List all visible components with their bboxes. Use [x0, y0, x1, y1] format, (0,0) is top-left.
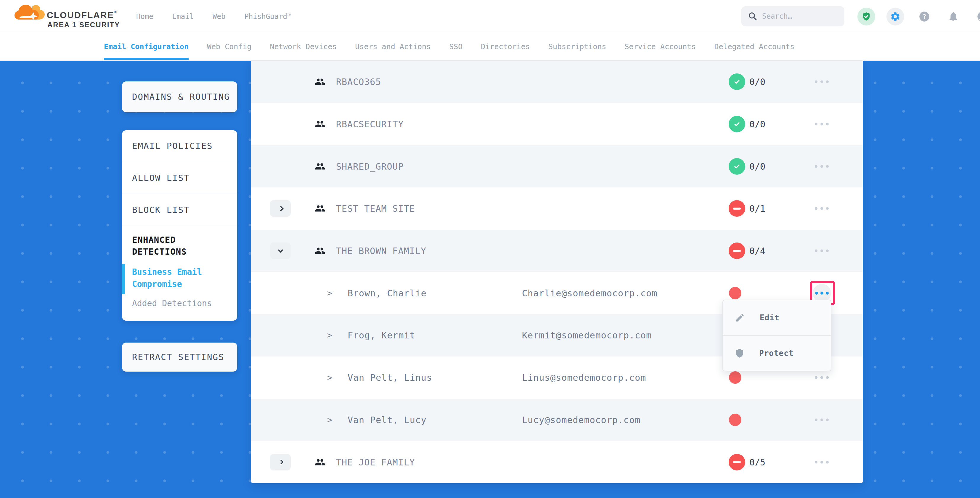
email-policies-label: EMAIL POLICIES — [132, 141, 213, 151]
status-badge-check — [729, 116, 745, 132]
menu-item-protect[interactable]: Protect — [723, 336, 831, 371]
sidebar-item-business-email-compromise[interactable]: Business Email Compromise — [132, 266, 228, 290]
member-chevron-icon: > — [327, 373, 332, 382]
nav-phishguard[interactable]: PhishGuard™ — [244, 13, 291, 21]
block-list-label: BLOCK LIST — [132, 205, 190, 215]
member-chevron-icon: > — [327, 415, 332, 425]
sidebar-item-added-detections[interactable]: Added Detections — [132, 298, 228, 308]
active-item-indicator — [122, 264, 125, 294]
table-row-group[interactable]: TEST TEAM SITE 0/1 — [251, 188, 863, 230]
member-chevron-icon: > — [327, 288, 332, 298]
sidebar-item-email-policies[interactable]: EMAIL POLICIES — [122, 130, 237, 162]
sidebar-item-allow-list[interactable]: ALLOW LIST — [122, 162, 237, 194]
section-tabbar: Email Configuration Web Config Network D… — [0, 33, 980, 61]
table-row-group[interactable]: SHARED_GROUP 0/0 — [251, 145, 863, 188]
tab-email-configuration[interactable]: Email Configuration — [104, 33, 189, 60]
sidebar-item-block-list[interactable]: BLOCK LIST — [122, 194, 237, 226]
chevron-right-icon — [278, 459, 283, 465]
search-icon — [748, 11, 757, 21]
status-badge-check — [729, 73, 745, 90]
group-name: THE BROWN FAMILY — [336, 246, 426, 256]
status-badge-check — [729, 158, 745, 175]
group-name: THE JOE FAMILY — [336, 457, 415, 467]
row-menu-button[interactable] — [815, 117, 829, 131]
search-box[interactable] — [741, 6, 845, 26]
protected-count: 0/0 — [749, 119, 765, 129]
group-name: SHARED_GROUP — [336, 161, 404, 172]
group-name: RBACSECURITY — [336, 119, 404, 129]
tab-network-devices[interactable]: Network Devices — [270, 33, 337, 60]
domains-routing-label: DOMAINS & ROUTING — [132, 92, 230, 102]
table-row-group[interactable]: THE BROWN FAMILY 0/4 — [251, 230, 863, 272]
tab-subscriptions[interactable]: Subscriptions — [548, 33, 606, 60]
nav-email[interactable]: Email — [172, 13, 194, 21]
sidebar-item-domains-routing[interactable]: DOMAINS & ROUTING — [122, 81, 237, 112]
table-row-group[interactable]: RBACSECURITY 0/0 — [251, 103, 863, 145]
help-icon[interactable]: ? — [915, 8, 933, 25]
group-people-icon — [315, 161, 325, 172]
row-menu-button[interactable] — [815, 413, 829, 426]
enhanced-detections-section: ENHANCED DETECTIONS Business Email Compr… — [122, 226, 237, 321]
member-email: Charlie@somedemocorp.com — [522, 288, 657, 298]
row-menu-button[interactable] — [815, 244, 829, 258]
row-menu-button[interactable] — [815, 75, 829, 89]
protected-count: 0/4 — [749, 246, 765, 256]
group-people-icon — [315, 76, 325, 87]
group-people-icon — [315, 245, 325, 256]
security-shield-check-icon[interactable] — [858, 8, 875, 25]
group-people-icon — [315, 203, 325, 214]
expand-group-button[interactable] — [270, 454, 291, 471]
table-row-member[interactable]: > Van Pelt, Lucy Lucy@somedemocorp.com — [251, 399, 863, 441]
row-menu-button[interactable] — [815, 371, 829, 385]
allow-list-label: ALLOW LIST — [132, 173, 190, 183]
protected-count: 0/0 — [749, 161, 765, 172]
top-header: CLOUDFLARE® AREA 1 SECURITY Home Email W… — [0, 0, 980, 33]
member-email: Lucy@somedemocorp.com — [522, 415, 640, 425]
row-menu-button[interactable] — [815, 455, 829, 469]
status-badge-minus — [729, 454, 745, 471]
settings-sidebar: DOMAINS & ROUTING EMAIL POLICIES ALLOW L… — [122, 81, 237, 372]
chevron-right-icon — [278, 206, 283, 211]
row-menu-button[interactable] — [815, 159, 829, 173]
pencil-icon — [735, 313, 745, 323]
header-icons: ? — [858, 0, 980, 33]
member-chevron-icon: > — [327, 331, 332, 340]
tab-directories[interactable]: Directories — [481, 33, 530, 60]
registered-mark: ® — [114, 10, 117, 14]
shield-icon — [735, 348, 745, 358]
protected-count: 0/1 — [749, 204, 765, 214]
expand-group-button[interactable] — [270, 200, 291, 217]
primary-nav: Home Email Web PhishGuard™ — [136, 0, 291, 33]
tab-sso[interactable]: SSO — [449, 33, 463, 60]
collapse-group-button[interactable] — [270, 242, 291, 259]
menu-item-edit[interactable]: Edit — [723, 300, 831, 335]
notifications-bell-icon[interactable] — [945, 8, 962, 25]
member-name: Van Pelt, Lucy — [348, 415, 426, 425]
group-people-icon — [315, 119, 325, 129]
alert-status-dot — [729, 371, 741, 384]
nav-web[interactable]: Web — [213, 13, 225, 21]
tab-delegated-accounts[interactable]: Delegated Accounts — [714, 33, 794, 60]
groups-table: RBACO365 0/0 RBACSECURITY 0/0 SHARED_GRO… — [251, 61, 863, 483]
nav-home[interactable]: Home — [136, 13, 153, 21]
sidebar-policies-card: EMAIL POLICIES ALLOW LIST BLOCK LIST ENH… — [122, 130, 237, 321]
tab-users-and-actions[interactable]: Users and Actions — [355, 33, 431, 60]
enhanced-detections-title: ENHANCED DETECTIONS — [132, 234, 228, 258]
member-name: Van Pelt, Linus — [348, 372, 432, 383]
chevron-down-icon — [278, 247, 283, 253]
account-avatar-icon[interactable] — [974, 8, 980, 25]
context-menu: Edit Protect — [722, 300, 831, 371]
retract-settings-label: RETRACT SETTINGS — [132, 352, 224, 362]
group-people-icon — [315, 457, 325, 468]
member-email: Linus@somedemocorp.com — [522, 372, 646, 383]
table-row-group[interactable]: THE JOE FAMILY 0/5 — [251, 441, 863, 483]
tab-web-config[interactable]: Web Config — [207, 33, 252, 60]
sidebar-item-retract-settings[interactable]: RETRACT SETTINGS — [122, 342, 237, 372]
settings-gear-icon[interactable] — [886, 8, 904, 25]
tab-service-accounts[interactable]: Service Accounts — [625, 33, 696, 60]
search-input[interactable] — [762, 12, 833, 21]
row-menu-button[interactable] — [815, 202, 829, 216]
status-badge-minus — [729, 200, 745, 217]
table-row-group[interactable]: RBACO365 0/0 — [251, 61, 863, 103]
member-name: Brown, Charlie — [348, 288, 426, 298]
